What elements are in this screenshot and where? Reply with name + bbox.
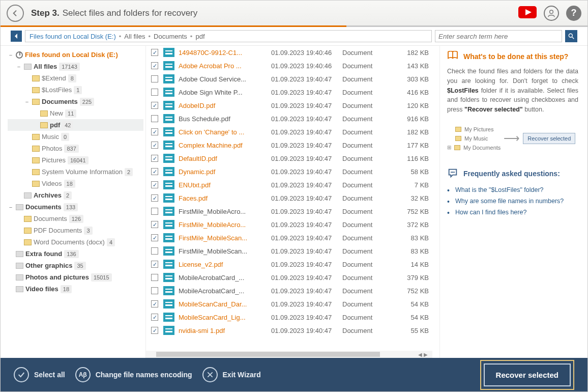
file-name[interactable]: FirstMile_MobileAcro... — [179, 221, 260, 229]
breadcrumb-path[interactable]: Files found on Local Disk (E:) •All file… — [25, 30, 432, 42]
file-checkbox[interactable] — [151, 142, 158, 149]
breadcrumb-seg-3[interactable]: pdf — [195, 33, 204, 40]
file-row[interactable]: MobileAcrobatCard_...01.09.2023 19:40:47… — [146, 284, 439, 297]
file-row[interactable]: Complex Machine.pdf01.09.2023 19:40:47Do… — [146, 138, 439, 152]
breadcrumb-seg-2[interactable]: Documents — [154, 33, 187, 40]
file-checkbox[interactable] — [151, 115, 158, 122]
tree-item[interactable]: Music0 — [8, 131, 143, 143]
file-name[interactable]: Adobe Cloud Service... — [179, 75, 260, 83]
file-row[interactable]: Bus Schedule.pdf01.09.2023 19:40:47Docum… — [146, 112, 439, 125]
select-all-button[interactable]: Select all — [14, 367, 65, 382]
file-row[interactable]: nvidia-smi 1.pdf01.09.2023 19:40:47Docum… — [146, 324, 439, 337]
file-row[interactable]: DefaultID.pdf01.09.2023 19:40:47Document… — [146, 152, 439, 165]
file-name[interactable]: Adobe Sign White P... — [179, 89, 260, 96]
file-checkbox[interactable] — [151, 247, 158, 255]
file-name[interactable]: FirstMile_MobileScan... — [179, 247, 260, 255]
file-row[interactable]: Dynamic.pdf01.09.2023 19:40:47Document58… — [146, 165, 439, 178]
file-name[interactable]: AdobeID.pdf — [179, 102, 260, 109]
tree-item[interactable]: New11 — [8, 107, 143, 119]
file-name[interactable]: 1494870C-9912-C1... — [179, 49, 260, 57]
file-checkbox[interactable] — [151, 128, 158, 135]
tree-item[interactable]: System Volume Information2 — [8, 166, 143, 178]
breadcrumb-root[interactable]: Files found on Local Disk (E:) — [30, 33, 116, 40]
file-name[interactable]: MobileScanCard_Dar... — [179, 300, 260, 308]
file-name[interactable]: MobileAcrobatCard_... — [179, 274, 260, 282]
file-row[interactable]: ENUtxt.pdf01.09.2023 19:40:47Document7 K… — [146, 178, 439, 191]
tree-item[interactable]: −Documents133 — [8, 201, 143, 213]
file-list-scroll[interactable]: 1494870C-9912-C1...01.09.2023 19:40:46Do… — [146, 46, 439, 358]
file-checkbox[interactable] — [151, 327, 158, 334]
file-row[interactable]: AdobeID.pdf01.09.2023 19:40:47Document12… — [146, 99, 439, 112]
file-name[interactable]: DefaultID.pdf — [179, 155, 260, 162]
tree-item[interactable]: PDF Documents3 — [8, 225, 143, 236]
file-row[interactable]: MobileScanCard_Lig...01.09.2023 19:40:47… — [146, 311, 439, 324]
file-checkbox[interactable] — [151, 314, 158, 321]
tree-item[interactable]: Other graphics35 — [8, 260, 143, 271]
file-row[interactable]: Adobe Sign White P...01.09.2023 19:40:47… — [146, 86, 439, 99]
file-name[interactable]: Bus Schedule.pdf — [179, 115, 260, 123]
file-checkbox[interactable] — [151, 274, 158, 281]
tree-item[interactable]: Archives2 — [8, 189, 143, 201]
file-checkbox[interactable] — [151, 234, 158, 241]
faq-link[interactable]: What is the "$LostFiles" folder? — [447, 184, 578, 195]
file-row[interactable]: Faces.pdf01.09.2023 19:40:47Document32 K… — [146, 191, 439, 205]
horizontal-scrollbar[interactable]: ◀ ▶ — [146, 351, 432, 358]
tree-item[interactable]: $Extend8 — [8, 72, 143, 84]
file-name[interactable]: License_v2.pdf — [179, 261, 260, 268]
file-checkbox[interactable] — [151, 181, 158, 188]
file-name[interactable]: FirstMile_MobileScan... — [179, 234, 260, 242]
faq-link[interactable]: How can I find files here? — [447, 207, 578, 218]
youtube-icon[interactable] — [518, 6, 537, 20]
file-name[interactable]: nvidia-smi 1.pdf — [179, 327, 260, 334]
search-button[interactable] — [565, 30, 577, 42]
expand-toggle[interactable]: − — [8, 52, 14, 58]
file-name[interactable]: Complex Machine.pdf — [179, 142, 260, 149]
file-name[interactable]: Click on 'Change' to ... — [179, 128, 260, 136]
tree-item[interactable]: Documents126 — [8, 213, 143, 225]
file-name[interactable]: ENUtxt.pdf — [179, 181, 260, 189]
breadcrumb-back-button[interactable] — [11, 31, 22, 42]
file-checkbox[interactable] — [151, 49, 158, 56]
expand-toggle[interactable]: − — [8, 204, 14, 210]
file-row[interactable]: MobileScanCard_Dar...01.09.2023 19:40:47… — [146, 297, 439, 311]
account-icon[interactable] — [544, 6, 559, 21]
file-checkbox[interactable] — [151, 102, 158, 109]
file-checkbox[interactable] — [151, 208, 158, 215]
change-encoding-button[interactable]: Aβ Change file names encoding — [75, 367, 192, 382]
expand-toggle[interactable]: − — [16, 64, 22, 70]
file-checkbox[interactable] — [151, 194, 158, 202]
file-checkbox[interactable] — [151, 89, 158, 96]
file-row[interactable]: FirstMile_MobileAcro...01.09.2023 19:40:… — [146, 205, 439, 218]
expand-toggle[interactable]: − — [24, 99, 30, 105]
tree-item[interactable]: pdf42 — [8, 119, 143, 131]
back-button[interactable] — [7, 5, 24, 22]
file-name[interactable]: Dynamic.pdf — [179, 168, 260, 176]
file-row[interactable]: Click on 'Change' to ...01.09.2023 19:40… — [146, 125, 439, 138]
file-name[interactable]: Adobe Acrobat Pro ... — [179, 62, 260, 70]
file-checkbox[interactable] — [151, 168, 158, 175]
file-checkbox[interactable] — [151, 221, 158, 228]
file-name[interactable]: Faces.pdf — [179, 194, 260, 202]
tree-item[interactable]: Pictures16041 — [8, 154, 143, 166]
file-row[interactable]: Adobe Cloud Service...01.09.2023 19:40:4… — [146, 72, 439, 86]
tree-item[interactable]: Word Documents (docx)4 — [8, 236, 143, 248]
tree-item[interactable]: $LostFiles1 — [8, 84, 143, 96]
file-row[interactable]: FirstMile_MobileAcro...01.09.2023 19:40:… — [146, 218, 439, 231]
faq-link[interactable]: Why are some file names in numbers? — [447, 195, 578, 207]
tree-item[interactable]: −Files found on Local Disk (E:) — [8, 49, 143, 61]
tree-item[interactable]: −All files17143 — [8, 61, 143, 72]
file-row[interactable]: MobileAcrobatCard_...01.09.2023 19:40:47… — [146, 271, 439, 284]
file-row[interactable]: 1494870C-9912-C1...01.09.2023 19:40:46Do… — [146, 46, 439, 59]
tree-item[interactable]: Videos18 — [8, 178, 143, 189]
tree-item[interactable]: Photos and pictures15015 — [8, 271, 143, 283]
recover-selected-button[interactable]: Recover selected — [484, 363, 571, 386]
file-checkbox[interactable] — [151, 62, 158, 69]
breadcrumb-seg-1[interactable]: All files — [124, 33, 145, 40]
folder-tree[interactable]: −Files found on Local Disk (E:)−All file… — [1, 46, 145, 358]
file-name[interactable]: FirstMile_MobileAcro... — [179, 208, 260, 215]
file-checkbox[interactable] — [151, 75, 158, 82]
help-icon[interactable]: ? — [566, 6, 581, 21]
file-row[interactable]: FirstMile_MobileScan...01.09.2023 19:40:… — [146, 231, 439, 244]
tree-item[interactable]: Video files18 — [8, 283, 143, 295]
file-name[interactable]: MobileAcrobatCard_... — [179, 287, 260, 295]
